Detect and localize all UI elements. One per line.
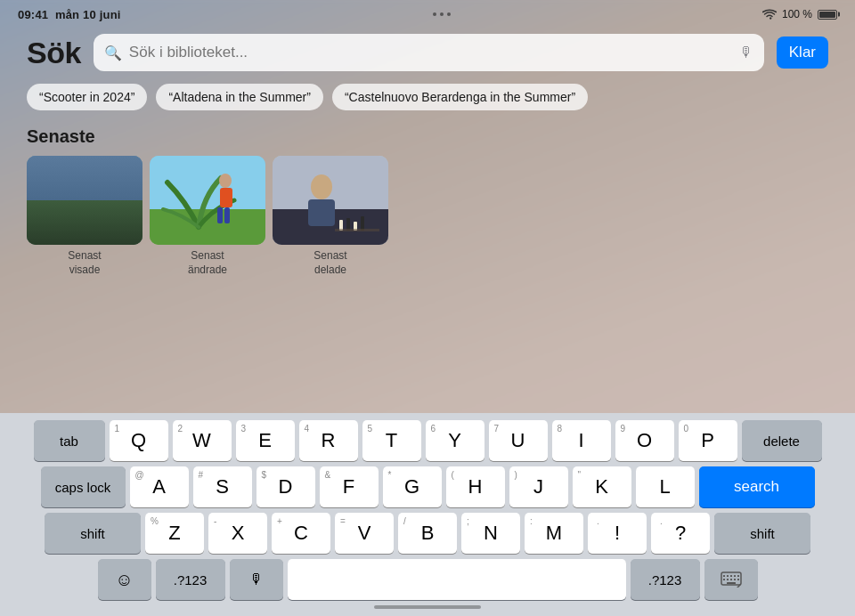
status-right: 100 %	[762, 8, 837, 20]
key-excl[interactable]: .!	[588, 513, 647, 554]
svg-rect-32	[727, 582, 736, 584]
svg-rect-10	[217, 207, 223, 223]
key-emoji[interactable]: ☺	[98, 559, 151, 600]
photo-item-1[interactable]: Senaständrade	[150, 156, 265, 277]
photo-thumb-1	[150, 156, 265, 245]
dot-3	[447, 12, 451, 16]
search-icon: 🔍	[104, 45, 122, 61]
svg-rect-20	[335, 229, 379, 231]
key-num-right[interactable]: .?123	[631, 559, 700, 600]
key-j[interactable]: )J	[509, 466, 568, 507]
section-label: Senaste	[27, 126, 828, 147]
svg-rect-24	[730, 575, 732, 577]
key-h[interactable]: (H	[446, 466, 505, 507]
key-capslock[interactable]: caps lock	[41, 466, 126, 507]
key-n[interactable]: ;N	[461, 513, 520, 554]
svg-rect-17	[346, 218, 350, 231]
key-a[interactable]: @A	[130, 466, 189, 507]
key-x[interactable]: -X	[208, 513, 267, 554]
key-m[interactable]: :M	[525, 513, 583, 554]
photo-svg-2	[273, 156, 388, 245]
svg-rect-28	[727, 579, 729, 580]
suggestion-chips: “Scooter in 2024” “Altadena in the Summe…	[27, 84, 828, 110]
svg-point-4	[100, 205, 132, 231]
key-f[interactable]: &F	[320, 466, 379, 507]
key-o[interactable]: 9O	[615, 420, 674, 461]
photo-svg-0	[27, 156, 142, 245]
key-shift-right[interactable]: shift	[714, 513, 810, 554]
status-center-dots	[433, 12, 451, 16]
photo-thumb-2	[273, 156, 388, 245]
key-mic[interactable]: 🎙	[230, 559, 283, 600]
key-d[interactable]: $D	[256, 466, 315, 507]
svg-rect-23	[727, 575, 729, 577]
key-search[interactable]: search	[699, 466, 815, 507]
keyboard-row-2: caps lock @A #S $D &F *G (H )J "K L sear…	[5, 466, 850, 507]
key-question[interactable]: .?	[651, 513, 710, 554]
key-q[interactable]: 1Q	[110, 420, 168, 461]
key-delete[interactable]: delete	[742, 420, 822, 461]
svg-point-14	[311, 174, 332, 199]
key-t[interactable]: 5T	[362, 420, 421, 461]
klar-button[interactable]: Klar	[777, 36, 828, 69]
key-i[interactable]: 8I	[552, 420, 611, 461]
key-k[interactable]: "K	[573, 466, 631, 507]
key-w[interactable]: 2W	[173, 420, 232, 461]
svg-rect-15	[308, 199, 335, 226]
svg-rect-1	[27, 205, 142, 245]
content-area: Sök 🔍 🎙 Klar “Scooter in 2024” “Altadena…	[0, 25, 855, 413]
key-v[interactable]: =V	[335, 513, 394, 554]
key-c[interactable]: +C	[272, 513, 330, 554]
key-g[interactable]: *G	[383, 466, 442, 507]
key-num-left[interactable]: .?123	[156, 559, 225, 600]
dot-1	[433, 12, 436, 16]
key-u[interactable]: 7U	[489, 420, 548, 461]
svg-rect-26	[737, 575, 739, 577]
key-keyboard[interactable]	[704, 559, 758, 600]
svg-rect-9	[220, 188, 232, 207]
keyboard-rows: tab 1Q 2W 3E 4R 5T 6Y 7U 8I 9O 0P delete…	[5, 420, 850, 600]
svg-rect-27	[723, 579, 725, 580]
photo-caption-2: Senastdelade	[314, 249, 346, 277]
key-shift-left[interactable]: shift	[45, 513, 141, 554]
key-l[interactable]: L	[636, 466, 695, 507]
photo-item-0[interactable]: Senastvisade	[27, 156, 142, 277]
chip-1[interactable]: “Altadena in the Summer”	[156, 84, 323, 110]
photo-caption-0: Senastvisade	[68, 249, 101, 277]
battery-fill	[819, 12, 835, 18]
search-bar[interactable]: 🔍 🎙	[94, 34, 764, 71]
photo-grid: Senastvisade	[27, 156, 828, 277]
svg-rect-25	[734, 575, 736, 577]
dot-2	[440, 12, 444, 16]
keyboard-row-3: shift %Z -X +C =V /B ;N :M .! .? shift	[5, 513, 850, 554]
svg-rect-30	[734, 579, 736, 580]
mic-icon[interactable]: 🎙	[739, 45, 753, 61]
search-input[interactable]	[129, 44, 732, 61]
page-title: Sök	[27, 36, 81, 70]
key-s[interactable]: #S	[193, 466, 252, 507]
svg-point-8	[219, 174, 232, 188]
header-row: Sök 🔍 🎙 Klar	[27, 34, 828, 71]
svg-point-2	[36, 187, 71, 231]
battery-percent: 100 %	[782, 8, 812, 20]
svg-rect-22	[723, 575, 725, 577]
status-time: 09:41 mån 10 juni	[18, 8, 121, 21]
key-space[interactable]	[288, 559, 626, 600]
keyboard-row-1: tab 1Q 2W 3E 4R 5T 6Y 7U 8I 9O 0P delete	[5, 420, 850, 461]
key-z[interactable]: %Z	[145, 513, 204, 554]
chip-2[interactable]: “Castelnuovo Berardenga in the Summer”	[332, 84, 588, 110]
keyboard-row-4: ☺ .?123 🎙 .?123	[5, 559, 850, 600]
chip-0[interactable]: “Scooter in 2024”	[27, 84, 147, 110]
status-bar: 09:41 mån 10 juni 100 %	[0, 0, 855, 25]
key-e[interactable]: 3E	[236, 420, 295, 461]
svg-rect-5	[67, 196, 69, 203]
key-tab[interactable]: tab	[34, 420, 105, 461]
key-p[interactable]: 0P	[679, 420, 737, 461]
svg-rect-29	[730, 579, 732, 580]
wifi-icon	[762, 9, 777, 20]
key-b[interactable]: /B	[398, 513, 457, 554]
photo-caption-1: Senaständrade	[188, 249, 227, 277]
photo-item-2[interactable]: Senastdelade	[273, 156, 388, 277]
key-r[interactable]: 4R	[299, 420, 358, 461]
key-y[interactable]: 6Y	[426, 420, 484, 461]
